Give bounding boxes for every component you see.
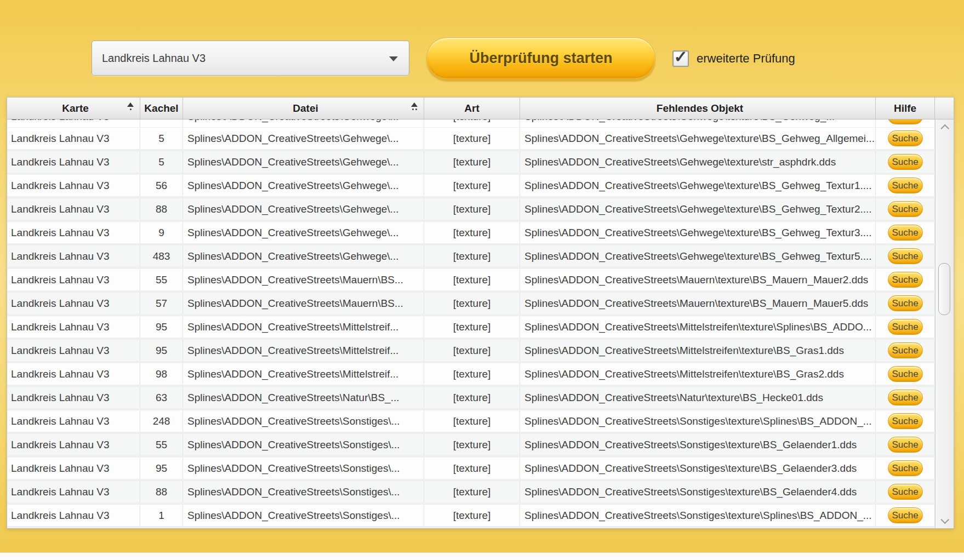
cell-kachel: 95 [140,316,183,338]
cell-datei: Splines\ADDON_CreativeStreets\Mittelstre… [183,316,424,338]
column-header-karte-label: Karte [62,102,89,115]
cell-hilfe: Suche [876,458,935,479]
cell-datei: Splines\ADDON_CreativeStreets\Sonstiges\… [183,481,424,502]
cell-fehlendes-objekt: Splines\ADDON_CreativeStreets\Gehwege\te… [520,198,876,220]
suche-button[interactable]: Suche [888,201,923,217]
suche-button[interactable]: Suche [888,437,923,453]
table-row[interactable]: Landkreis Lahnau V3483Splines\ADDON_Crea… [7,245,954,269]
table-row[interactable]: Landkreis Lahnau V35Splines\ADDON_Creati… [7,151,954,175]
suche-button[interactable]: Suche [888,248,923,264]
chevron-up-icon [940,124,949,133]
cell-kachel: 88 [140,481,183,502]
cell-datei: Splines\ADDON_CreativeStreets\Sonstiges\… [183,434,424,455]
table-row[interactable]: Landkreis Lahnau V363Splines\ADDON_Creat… [7,387,954,410]
vertical-scrollbar[interactable] [935,119,954,528]
cell-hilfe: Suche [876,410,935,432]
cell-fehlendes-objekt: Splines\ADDON_CreativeStreets\Sonstiges\… [520,481,876,502]
table-row[interactable]: Landkreis Lahnau V395Splines\ADDON_Creat… [7,340,954,363]
cell-kachel: 88 [140,198,183,220]
suche-button[interactable]: Suche [888,225,923,241]
suche-button[interactable]: Suche [888,295,923,311]
cell-kachel: 63 [140,387,183,408]
cell-datei: Splines\ADDON_CreativeStreets\Gehwege\..… [183,119,424,127]
cell-kachel: 98 [140,363,183,385]
extended-check-checkbox[interactable]: ✓ [672,50,689,67]
table-row[interactable]: Landkreis Lahnau V398Splines\ADDON_Creat… [7,363,954,387]
cell-karte: Landkreis Lahnau V3 [7,119,140,127]
cell-karte: Landkreis Lahnau V3 [7,222,140,243]
suche-button[interactable]: Suche [888,460,923,476]
cell-karte: Landkreis Lahnau V3 [7,128,140,149]
cell-datei: Splines\ADDON_CreativeStreets\Gehwege\..… [183,151,424,173]
cell-hilfe: Suche [876,269,935,290]
column-header-hilfe[interactable]: Hilfe [876,98,935,119]
column-header-spacer [935,98,954,119]
cell-fehlendes-objekt: Splines\ADDON_CreativeStreets\Sonstiges\… [520,458,876,479]
cell-art: [texture] [424,222,520,243]
table-body: Landkreis Lahnau V3Splines\ADDON_Creativ… [7,119,954,528]
column-header-kachel[interactable]: Kachel [140,98,183,119]
cell-karte: Landkreis Lahnau V3 [7,340,140,361]
cell-fehlendes-objekt: Splines\ADDON_CreativeStreets\Sonstiges\… [520,434,876,455]
scroll-down-button[interactable] [936,514,954,527]
cell-art: [texture] [424,128,520,149]
suche-button[interactable]: Suche [888,366,923,382]
column-header-art[interactable]: Art [424,98,520,119]
cell-karte: Landkreis Lahnau V3 [7,434,140,455]
suche-button[interactable]: Suche [888,272,923,288]
cell-karte: Landkreis Lahnau V3 [7,269,140,290]
table-row[interactable]: Landkreis Lahnau V395Splines\ADDON_Creat… [7,316,954,340]
suche-button[interactable]: Suche [888,319,923,335]
column-header-karte[interactable]: Karte [7,98,140,119]
cell-art: [texture] [424,410,520,432]
cell-fehlendes-objekt: Splines\ADDON_CreativeStreets\Mittelstre… [520,340,876,361]
cell-fehlendes-objekt: Splines\ADDON_CreativeStreets\Gehwege\te… [520,151,876,173]
cell-art: [texture] [424,387,520,408]
table-row[interactable]: Landkreis Lahnau V355Splines\ADDON_Creat… [7,434,954,458]
column-header-hilfe-label: Hilfe [894,102,916,115]
column-header-fehlendes-objekt[interactable]: Fehlendes Objekt [520,98,876,119]
cell-hilfe: Suche [876,128,935,149]
cell-hilfe: Suche [876,387,935,408]
table-row[interactable]: Landkreis Lahnau V31Splines\ADDON_Creati… [7,505,954,528]
cell-fehlendes-objekt: Splines\ADDON_CreativeStreets\Gehwege\te… [520,222,876,243]
table-row[interactable]: Landkreis Lahnau V395Splines\ADDON_Creat… [7,458,954,481]
table-row[interactable]: Landkreis Lahnau V3Splines\ADDON_Creativ… [7,119,954,128]
suche-button[interactable]: Suche [888,178,923,193]
table-row[interactable]: Landkreis Lahnau V357Splines\ADDON_Creat… [7,293,954,316]
suche-button[interactable]: Suche [888,154,923,170]
suche-button[interactable]: Suche [888,342,923,358]
cell-karte: Landkreis Lahnau V3 [7,151,140,173]
table-row[interactable]: Landkreis Lahnau V35Splines\ADDON_Creati… [7,128,954,151]
table-row[interactable]: Landkreis Lahnau V388Splines\ADDON_Creat… [7,198,954,222]
scroll-up-button[interactable] [936,121,954,134]
start-check-button[interactable]: Überprüfung starten [426,37,655,79]
map-select[interactable]: Landkreis Lahnau V3 [92,41,409,76]
cell-kachel: 1 [140,505,183,526]
suche-button[interactable]: Suche [888,484,923,500]
cell-kachel: 55 [140,269,183,290]
suche-button[interactable]: Suche [888,413,923,429]
cell-kachel [140,119,183,127]
table-row[interactable]: Landkreis Lahnau V39Splines\ADDON_Creati… [7,222,954,245]
sort-asc-rank2-icon [411,102,418,110]
table-row[interactable]: Landkreis Lahnau V355Splines\ADDON_Creat… [7,269,954,293]
table-row[interactable]: Landkreis Lahnau V3248Splines\ADDON_Crea… [7,410,954,434]
column-header-datei[interactable]: Datei [183,98,424,119]
cell-art: [texture] [424,505,520,526]
table-row[interactable]: Landkreis Lahnau V356Splines\ADDON_Creat… [7,175,954,198]
suche-button[interactable]: Suche [888,390,923,405]
suche-button[interactable]: Suche [888,130,923,146]
suche-button[interactable]: Suche [888,119,923,124]
suche-button[interactable]: Suche [888,507,923,523]
scrollbar-thumb[interactable] [938,263,950,315]
cell-hilfe: Suche [876,316,935,338]
cell-fehlendes-objekt: Splines\ADDON_CreativeStreets\Mauern\tex… [520,269,876,290]
cell-hilfe: Suche [876,245,935,267]
cell-datei: Splines\ADDON_CreativeStreets\Gehwege\..… [183,245,424,267]
cell-art: [texture] [424,458,520,479]
cell-hilfe: Suche [876,119,935,127]
cell-kachel: 483 [140,245,183,267]
table-row[interactable]: Landkreis Lahnau V388Splines\ADDON_Creat… [7,481,954,505]
checkmark-icon: ✓ [674,51,687,63]
